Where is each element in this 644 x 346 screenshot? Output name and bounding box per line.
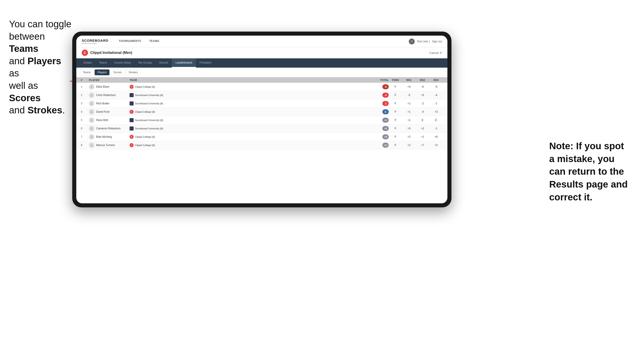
rd2-cell: E (416, 119, 429, 122)
score-badge: E (382, 109, 389, 114)
tab-course-setup[interactable]: Course Setup (110, 58, 134, 68)
svg-point-5 (91, 119, 92, 120)
total-cell: +1 (371, 118, 389, 123)
tournament-title-row: C Clippd Invitational (Men) (82, 50, 132, 56)
rd3-cell: +2 (429, 144, 443, 147)
player-cell: David Ford (89, 109, 130, 115)
rd1-cell: +1 (402, 119, 416, 122)
player-avatar (89, 109, 94, 115)
app-logo: SCOREBOARD Powered by clippd (82, 38, 108, 44)
table-row: 2 Chris Robertson Scoreboard University … (76, 91, 448, 99)
team-name: Clippd College [A] (135, 136, 155, 138)
rank-cell: 7 (81, 135, 89, 138)
player-avatar (89, 101, 94, 106)
sub-tab-strokes[interactable]: Strokes (126, 69, 141, 75)
logo-title: SCOREBOARD (82, 38, 108, 42)
sub-tab-players[interactable]: Players (94, 69, 110, 75)
rd3-cell: -5 (429, 85, 443, 88)
svg-point-2 (91, 94, 92, 95)
rd2-cell: -2 (416, 102, 429, 105)
rd1-cell: +1 (402, 110, 416, 113)
team-icon (130, 101, 134, 106)
col-team: TEAM (130, 79, 371, 81)
nav-tournaments[interactable]: TOURNAMENTS (115, 36, 145, 47)
tablet-frame: SCOREBOARD Powered by clippd TOURNAMENTS… (72, 31, 452, 207)
total-cell: -8 (371, 84, 389, 89)
cancel-button[interactable]: Cancel ✕ (430, 51, 442, 55)
team-cell: Scoreboard University [A] (130, 93, 371, 97)
right-annotation: Note: If you spot a mistake, you can ret… (549, 140, 635, 203)
table-row: 8 Marcus Turners C Clippd College [A] +1… (76, 141, 448, 150)
left-annotation: You can toggle between Teams and Players… (9, 18, 72, 117)
score-badge: +6 (382, 126, 389, 131)
app-header: SCOREBOARD Powered by clippd TOURNAMENTS… (76, 36, 448, 47)
sub-tab-bar: Teams Players Scores Strokes (76, 68, 448, 77)
nav-teams[interactable]: TEAMS (145, 36, 164, 47)
score-badge: +8 (382, 134, 389, 139)
col-rd3: RD3 (429, 79, 443, 81)
rank-cell: 1 (81, 85, 89, 88)
thru-cell: F (389, 144, 402, 147)
sign-out-link[interactable]: Sign out (432, 40, 442, 43)
total-cell: +8 (371, 134, 389, 139)
team-cell: Scoreboard University [A] (130, 127, 371, 131)
table-row: 4 David Ford C Clippd College [A] E F +1… (76, 108, 448, 116)
table-row: 3 Rich Butler Scoreboard University [A] … (76, 99, 448, 108)
player-avatar (89, 117, 94, 123)
player-avatar (89, 84, 94, 89)
team-icon (130, 127, 134, 131)
team-icon: C (130, 143, 134, 147)
table-row: 6 Cameron Robertson Scoreboard Universit… (76, 124, 448, 133)
svg-point-4 (91, 111, 92, 112)
rd3-cell: -1 (429, 102, 443, 105)
player-avatar (89, 92, 94, 98)
player-name: Elliot Ebert (96, 85, 109, 88)
table-header: # PLAYER TEAM TOTAL THRU RD1 RD2 RD3 (76, 77, 448, 83)
player-cell: Cameron Robertson (89, 126, 130, 131)
player-cell: Blair McHarg (89, 134, 130, 140)
rd1-cell: -5 (402, 94, 416, 97)
rank-cell: 2 (81, 94, 89, 97)
team-cell: C Clippd College [A] (130, 110, 371, 114)
thru-cell: F (389, 102, 402, 105)
tab-details[interactable]: Details (80, 58, 96, 68)
rank-cell: 5 (81, 119, 89, 122)
tab-leaderboards[interactable]: Leaderboards (172, 58, 196, 68)
sub-tab-scores[interactable]: Scores (110, 69, 124, 75)
total-cell: -2 (371, 101, 389, 106)
team-icon: C (130, 85, 134, 89)
score-badge: +1 (382, 118, 389, 123)
col-player: PLAYER (89, 79, 130, 81)
player-cell: Elliot Ebert (89, 84, 130, 89)
tab-printables[interactable]: Printables (196, 58, 215, 68)
rd2-cell: +1 (416, 135, 429, 138)
team-cell: C Clippd College [A] (130, 85, 371, 89)
team-name: Scoreboard University [A] (135, 94, 163, 96)
player-name: Marcus Turners (96, 144, 115, 147)
tab-results[interactable]: Results (156, 58, 172, 68)
team-icon: C (130, 110, 134, 114)
sub-tab-teams[interactable]: Teams (80, 69, 94, 75)
team-name: Clippd College [A] (135, 110, 155, 113)
player-name: Chris Robertson (96, 94, 116, 97)
tournament-name: Clippd Invitational (Men) (90, 51, 132, 55)
total-cell: +6 (371, 126, 389, 131)
score-badge: -8 (382, 84, 389, 89)
team-cell: Scoreboard University [A] (130, 101, 371, 106)
header-nav: TOURNAMENTS TEAMS (115, 36, 408, 47)
tablet-screen: SCOREBOARD Powered by clippd TOURNAMENTS… (76, 36, 448, 203)
rd3-cell: +6 (429, 135, 443, 138)
thru-cell: F (389, 127, 402, 130)
team-name: Scoreboard University [A] (135, 102, 163, 105)
svg-point-3 (91, 102, 92, 103)
rd2-cell: -6 (416, 85, 429, 88)
table-row: 5 Rees Britt Scoreboard University [A] +… (76, 116, 448, 124)
tab-teams[interactable]: Teams (96, 58, 110, 68)
score-badge: +11 (382, 143, 389, 148)
table-body: 1 Elliot Ebert C Clippd College [A] -8 F… (76, 83, 448, 150)
rd3-cell: -1 (429, 127, 443, 130)
tab-tee-groups[interactable]: Tee Groups (134, 58, 156, 68)
rd2-cell: +2 (416, 127, 429, 130)
rd1-cell: +5 (402, 127, 416, 130)
player-name: Cameron Robertson (96, 127, 120, 130)
